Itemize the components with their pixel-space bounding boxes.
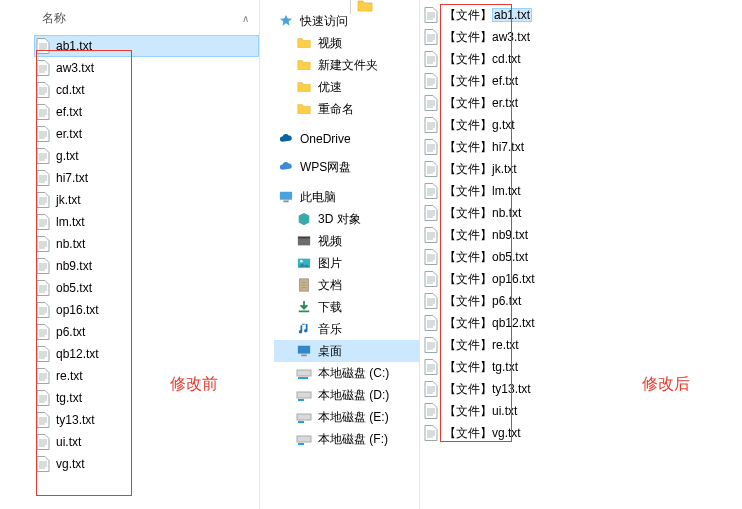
file-item[interactable]: 【文件】ef.txt <box>424 70 742 92</box>
file-item[interactable]: nb9.txt <box>34 255 259 277</box>
tree-this-pc[interactable]: 此电脑 <box>274 186 419 208</box>
tree-item[interactable]: 视频 <box>274 230 419 252</box>
tree-item[interactable]: 新建文件夹 <box>274 54 419 76</box>
file-name: er.txt <box>492 96 518 110</box>
file-prefix: 【文件】 <box>444 95 492 112</box>
tree-label: 下载 <box>318 299 342 316</box>
file-item[interactable]: nb.txt <box>34 233 259 255</box>
pictures-icon <box>296 255 312 271</box>
file-item[interactable]: jk.txt <box>34 189 259 211</box>
file-prefix: 【文件】 <box>444 73 492 90</box>
file-item[interactable]: 【文件】nb9.txt <box>424 224 742 246</box>
file-name: jk.txt <box>56 193 81 207</box>
file-list-left: ab1.txtaw3.txtcd.txtef.txter.txtg.txthi7… <box>0 35 259 475</box>
file-name: ui.txt <box>56 435 81 449</box>
file-item[interactable]: 【文件】er.txt <box>424 92 742 114</box>
file-item[interactable]: 【文件】jk.txt <box>424 158 742 180</box>
folder-icon <box>296 35 312 51</box>
file-item[interactable]: 【文件】aw3.txt <box>424 26 742 48</box>
file-prefix: 【文件】 <box>444 249 492 266</box>
file-name: qb12.txt <box>492 316 535 330</box>
file-item[interactable]: 【文件】lm.txt <box>424 180 742 202</box>
file-item[interactable]: 【文件】hi7.txt <box>424 136 742 158</box>
file-item[interactable]: 【文件】qb12.txt <box>424 312 742 334</box>
tree-item[interactable]: 视频 <box>274 32 419 54</box>
file-item[interactable]: ab1.txt <box>34 35 259 57</box>
tree-item[interactable]: 桌面 <box>274 340 419 362</box>
file-prefix: 【文件】 <box>444 403 492 420</box>
file-name: ui.txt <box>492 404 517 418</box>
text-file-icon <box>424 381 438 397</box>
file-item[interactable]: er.txt <box>34 123 259 145</box>
tree-item[interactable]: 本地磁盘 (F:) <box>274 428 419 450</box>
file-item[interactable]: lm.txt <box>34 211 259 233</box>
file-item[interactable]: re.txt <box>34 365 259 387</box>
separator <box>350 0 351 14</box>
file-prefix: 【文件】 <box>444 51 492 68</box>
text-file-icon <box>36 104 50 120</box>
file-item[interactable]: 【文件】re.txt <box>424 334 742 356</box>
tree-item[interactable]: 本地磁盘 (C:) <box>274 362 419 384</box>
tree-item[interactable]: 重命名 <box>274 98 419 120</box>
file-item[interactable]: 【文件】tg.txt <box>424 356 742 378</box>
file-name: aw3.txt <box>492 30 530 44</box>
file-item[interactable]: 【文件】ui.txt <box>424 400 742 422</box>
file-item[interactable]: ty13.txt <box>34 409 259 431</box>
tree-quick-access[interactable]: 快速访问 <box>274 10 419 32</box>
drive-icon <box>296 409 312 425</box>
file-item[interactable]: 【文件】p6.txt <box>424 290 742 312</box>
file-item[interactable]: p6.txt <box>34 321 259 343</box>
file-name: hi7.txt <box>492 140 524 154</box>
file-prefix: 【文件】 <box>444 293 492 310</box>
text-file-icon <box>424 183 438 199</box>
file-name: hi7.txt <box>56 171 88 185</box>
file-item[interactable]: vg.txt <box>34 453 259 475</box>
file-item[interactable]: 【文件】vg.txt <box>424 422 742 444</box>
annotation-label-before: 修改前 <box>170 374 218 395</box>
text-file-icon <box>36 390 50 406</box>
file-item[interactable]: g.txt <box>34 145 259 167</box>
tree-item[interactable]: 文档 <box>274 274 419 296</box>
file-item[interactable]: 【文件】op16.txt <box>424 268 742 290</box>
text-file-icon <box>424 205 438 221</box>
file-item[interactable]: 【文件】ty13.txt <box>424 378 742 400</box>
tree-item[interactable]: 3D 对象 <box>274 208 419 230</box>
file-item[interactable]: 【文件】ab1.txt <box>424 4 742 26</box>
cloud-icon <box>278 131 294 147</box>
file-item[interactable]: cd.txt <box>34 79 259 101</box>
tree-item[interactable]: 优速 <box>274 76 419 98</box>
tree-item[interactable]: 下载 <box>274 296 419 318</box>
monitor-icon <box>278 189 294 205</box>
file-item[interactable]: aw3.txt <box>34 57 259 79</box>
tree-label: 快速访问 <box>300 13 348 30</box>
text-file-icon <box>424 337 438 353</box>
tree-item[interactable]: 音乐 <box>274 318 419 340</box>
file-item[interactable]: tg.txt <box>34 387 259 409</box>
file-name: g.txt <box>492 118 515 132</box>
file-item[interactable]: 【文件】g.txt <box>424 114 742 136</box>
file-prefix: 【文件】 <box>444 315 492 332</box>
file-item[interactable]: ob5.txt <box>34 277 259 299</box>
file-item[interactable]: 【文件】cd.txt <box>424 48 742 70</box>
file-item[interactable]: qb12.txt <box>34 343 259 365</box>
column-header[interactable]: 名称 ∧ <box>0 6 259 35</box>
tree-item[interactable]: 本地磁盘 (E:) <box>274 406 419 428</box>
file-item[interactable]: hi7.txt <box>34 167 259 189</box>
file-prefix: 【文件】 <box>444 7 492 24</box>
tree-wps[interactable]: WPS网盘 <box>274 156 419 178</box>
svg-rect-9 <box>301 355 306 357</box>
tree-item[interactable]: 本地磁盘 (D:) <box>274 384 419 406</box>
file-name: op16.txt <box>492 272 535 286</box>
file-item[interactable]: ef.txt <box>34 101 259 123</box>
text-file-icon <box>36 148 50 164</box>
tree-label: WPS网盘 <box>300 159 351 176</box>
file-item[interactable]: 【文件】ob5.txt <box>424 246 742 268</box>
video-icon <box>296 233 312 249</box>
tree-onedrive[interactable]: OneDrive <box>274 128 419 150</box>
tree-item[interactable]: 图片 <box>274 252 419 274</box>
file-item[interactable]: 【文件】nb.txt <box>424 202 742 224</box>
file-name: ef.txt <box>56 105 82 119</box>
folder-icon <box>296 79 312 95</box>
file-item[interactable]: op16.txt <box>34 299 259 321</box>
file-item[interactable]: ui.txt <box>34 431 259 453</box>
